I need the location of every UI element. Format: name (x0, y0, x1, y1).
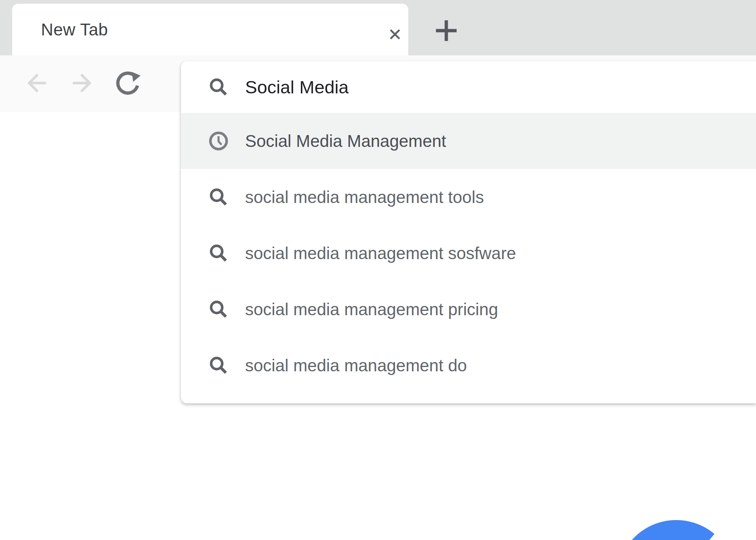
forward-button[interactable] (62, 55, 102, 112)
suggestion-row-do[interactable]: social media management do (181, 337, 756, 393)
close-icon (386, 26, 403, 44)
forward-arrow-icon (69, 70, 95, 98)
suggestion-row-pricing[interactable]: social media management pricing (181, 281, 756, 337)
reload-button[interactable] (107, 55, 148, 112)
suggestion-text: Social Media Management (245, 131, 446, 151)
new-tab-button[interactable] (424, 9, 469, 54)
browser-tab-new-tab[interactable]: New Tab (12, 4, 408, 55)
suggestion-row-sosfware[interactable]: social media management sosfware (181, 225, 756, 281)
omnibox-input-row (181, 61, 756, 113)
search-icon (207, 186, 230, 208)
suggestion-row-social-media-management[interactable]: Social Media Management (181, 113, 756, 169)
back-button[interactable] (17, 55, 57, 112)
back-arrow-icon (24, 70, 50, 98)
suggestion-text: social media management tools (245, 187, 484, 207)
search-icon (207, 354, 230, 376)
tab-title: New Tab (41, 20, 108, 39)
suggestion-row-tools[interactable]: social media management tools (181, 169, 756, 225)
plus-icon (434, 19, 458, 44)
google-logo-g (617, 520, 736, 540)
suggestion-text: social media management sosfware (245, 243, 516, 263)
omnibox-search-input[interactable] (245, 77, 725, 97)
omnibox-dropdown: Social Media Management social media man… (181, 61, 756, 403)
suggestion-text: social media management pricing (245, 299, 498, 319)
search-icon (207, 298, 230, 320)
search-icon (207, 242, 230, 264)
history-clock-icon (207, 130, 230, 152)
search-icon (207, 76, 230, 98)
suggestion-text: social media management do (245, 355, 467, 375)
reload-icon (114, 69, 141, 98)
tab-strip: New Tab (0, 0, 756, 55)
tab-close-button[interactable] (375, 16, 415, 55)
